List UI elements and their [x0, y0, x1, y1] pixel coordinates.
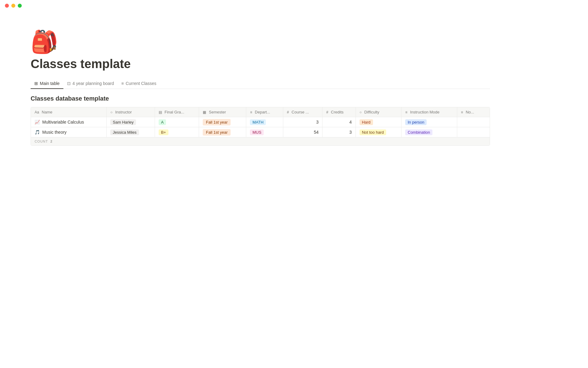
row1-coursenum: 3 — [316, 120, 318, 125]
minimize-button[interactable] — [11, 4, 15, 8]
col-department[interactable]: ≡ Depart... — [246, 107, 283, 117]
row2-instructor: Jessica Miles — [110, 129, 139, 135]
row1-name: Multivariable Calculus — [42, 120, 84, 125]
row1-grade: A — [159, 119, 166, 125]
current-icon: ≡ — [121, 81, 124, 86]
col-final-grade[interactable]: ▤ Final Gra... — [155, 107, 199, 117]
maximize-button[interactable] — [18, 4, 22, 8]
cell-mode-1[interactable]: In person — [401, 117, 457, 127]
semester-col-icon: ▦ — [203, 110, 206, 114]
main-table: Aa Name ○ Instructor ▤ Final Gra... ▦ Se… — [31, 107, 490, 145]
col-instruction-mode[interactable]: ≡ Instruction Mode — [401, 107, 457, 117]
tab-4year[interactable]: ⊡ 4 year planning board — [63, 79, 118, 89]
cell-semester-2[interactable]: Fall 1st year — [199, 127, 246, 137]
row1-dept: MATH — [250, 119, 266, 125]
cell-grade-1[interactable]: A — [155, 117, 199, 127]
row1-mode: In person — [405, 119, 427, 125]
4year-icon: ⊡ — [67, 81, 71, 86]
cell-notes-1[interactable] — [457, 117, 490, 127]
col-semester[interactable]: ▦ Semester — [199, 107, 246, 117]
tab-main-table-label: Main table — [40, 81, 60, 86]
name-col-icon: Aa — [35, 110, 39, 114]
col-instructor[interactable]: ○ Instructor — [107, 107, 155, 117]
page-icon: 🎒 — [31, 31, 490, 53]
main-table-icon: ⊞ — [34, 81, 38, 86]
cell-semester-1[interactable]: Fall 1st year — [199, 117, 246, 127]
cell-coursenum-2[interactable]: 54 — [283, 127, 322, 137]
cell-coursenum-1[interactable]: 3 — [283, 117, 322, 127]
col-difficulty[interactable]: ○ Difficulty — [356, 107, 401, 117]
row2-credits: 3 — [349, 130, 352, 135]
row2-dept: MUS — [250, 129, 264, 135]
cell-name-2[interactable]: 🎵 Music theory — [31, 127, 107, 137]
table-container: Aa Name ○ Instructor ▤ Final Gra... ▦ Se… — [31, 107, 490, 146]
count-cell: COUNT 2 — [31, 137, 490, 146]
cell-mode-2[interactable]: Combination — [401, 127, 457, 137]
cell-grade-2[interactable]: B+ — [155, 127, 199, 137]
tab-current-label: Current Classes — [126, 81, 156, 86]
table-row[interactable]: 📈 Multivariable Calculus Sam Harley A Fa… — [31, 117, 490, 127]
notes-col-icon: ≡ — [461, 110, 463, 114]
instructor-col-icon: ○ — [110, 110, 112, 114]
tab-4year-label: 4 year planning board — [73, 81, 114, 86]
row1-emoji: 📈 — [35, 120, 40, 125]
count-value: 2 — [50, 140, 52, 143]
difficulty-col-icon: ○ — [360, 110, 362, 114]
cell-instructor-2[interactable]: Jessica Miles — [107, 127, 155, 137]
cell-credits-1[interactable]: 4 — [322, 117, 356, 127]
coursenum-col-icon: # — [287, 110, 289, 114]
dept-col-icon: ≡ — [250, 110, 252, 114]
table-header-row: Aa Name ○ Instructor ▤ Final Gra... ▦ Se… — [31, 107, 490, 117]
tab-main-table[interactable]: ⊞ Main table — [31, 79, 63, 89]
mode-col-icon: ≡ — [405, 110, 407, 114]
cell-difficulty-2[interactable]: Not too hard — [356, 127, 401, 137]
tab-current[interactable]: ≡ Current Classes — [118, 79, 160, 89]
row1-instructor: Sam Harley — [110, 119, 136, 125]
grade-col-icon: ▤ — [159, 110, 162, 114]
cell-notes-2[interactable] — [457, 127, 490, 137]
row2-difficulty: Not too hard — [360, 129, 386, 135]
col-name[interactable]: Aa Name — [31, 107, 107, 117]
col-credits[interactable]: # Credits — [322, 107, 356, 117]
row2-coursenum: 54 — [314, 130, 319, 135]
cell-instructor-1[interactable]: Sam Harley — [107, 117, 155, 127]
col-notes[interactable]: ≡ No... — [457, 107, 490, 117]
count-row: COUNT 2 — [31, 137, 490, 146]
db-title: Classes database template — [31, 95, 490, 102]
cell-name-1[interactable]: 📈 Multivariable Calculus — [31, 117, 107, 127]
row1-semester: Fall 1st year — [203, 119, 231, 125]
row2-name: Music theory — [42, 130, 66, 135]
cell-credits-2[interactable]: 3 — [322, 127, 356, 137]
count-label: COUNT — [35, 140, 48, 143]
credits-col-icon: # — [326, 110, 328, 114]
tabs-container: ⊞ Main table ⊡ 4 year planning board ≡ C… — [31, 79, 490, 89]
row2-mode: Combination — [405, 129, 432, 135]
page-title: Classes template — [31, 56, 490, 71]
row2-grade: B+ — [159, 129, 168, 135]
row1-difficulty: Hard — [360, 119, 373, 125]
close-button[interactable] — [5, 4, 9, 8]
row2-semester: Fall 1st year — [203, 129, 231, 136]
cell-dept-2[interactable]: MUS — [246, 127, 283, 137]
row2-emoji: 🎵 — [35, 130, 40, 135]
cell-difficulty-1[interactable]: Hard — [356, 117, 401, 127]
main-content: 🎒 Classes template ⊞ Main table ⊡ 4 year… — [0, 0, 521, 158]
col-course-num[interactable]: # Course ... — [283, 107, 322, 117]
titlebar — [0, 0, 588, 11]
row1-credits: 4 — [349, 120, 352, 125]
table-row[interactable]: 🎵 Music theory Jessica Miles B+ Fall 1st… — [31, 127, 490, 137]
cell-dept-1[interactable]: MATH — [246, 117, 283, 127]
